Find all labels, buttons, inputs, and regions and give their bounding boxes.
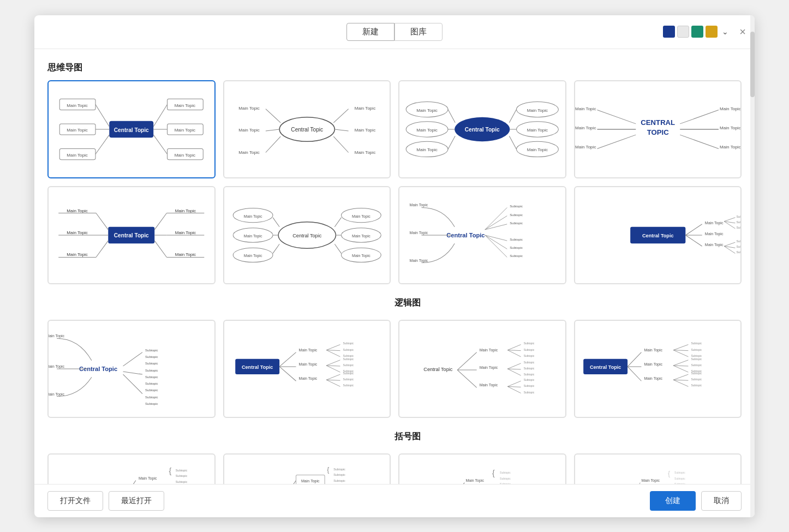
- svg-text:{: {: [667, 470, 670, 477]
- svg-line-209: [507, 386, 521, 393]
- scrollbar-thumb[interactable]: [750, 32, 755, 97]
- svg-text:Subtopic: Subtopic: [524, 360, 535, 363]
- svg-text:Subtopic: Subtopic: [343, 357, 354, 360]
- template-mm5[interactable]: Central Topic Main Topic Main Topic Main…: [47, 186, 216, 284]
- tab-gallery[interactable]: 图库: [394, 23, 443, 41]
- svg-text:Main Topic: Main Topic: [175, 103, 195, 107]
- template-mm2[interactable]: Central Topic Main Topic Main Topic Main…: [223, 80, 391, 178]
- svg-line-176: [326, 365, 340, 366]
- template-mm8[interactable]: Central Topic Main Topic Main Topic Main…: [574, 186, 742, 284]
- template-mm7[interactable]: Central Topic Main Topic Main Topic Main…: [398, 186, 566, 284]
- svg-line-66: [680, 135, 719, 148]
- svg-text:Subtopic: Subtopic: [691, 363, 702, 366]
- svg-text:Subtopic: Subtopic: [333, 468, 345, 471]
- logicmap-grid: Central Topic Main Topic Main Topic Main…: [47, 320, 742, 418]
- svg-line-47: [509, 109, 516, 122]
- svg-line-130: [685, 235, 702, 246]
- svg-text:Main Topic: Main Topic: [298, 376, 317, 381]
- template-bm4[interactable]: Central Topic Main Topic Main Topic Main…: [574, 453, 742, 484]
- color-swatches[interactable]: ⌄: [663, 26, 728, 38]
- svg-text:TOPIC: TOPIC: [647, 128, 668, 136]
- svg-line-193: [507, 344, 521, 350]
- svg-text:Subtopic: Subtopic: [736, 225, 740, 229]
- tab-new[interactable]: 新建: [346, 23, 394, 41]
- svg-text:Subtopic: Subtopic: [176, 469, 188, 472]
- svg-line-53: [509, 136, 516, 149]
- svg-text:Central Topic: Central Topic: [642, 233, 673, 238]
- cancel-button[interactable]: 取消: [701, 491, 742, 511]
- template-mm6[interactable]: Central Topic Main Topic Main Topic Main…: [223, 186, 391, 284]
- svg-text:Subtopic: Subtopic: [524, 367, 535, 370]
- svg-text:Subtopic: Subtopic: [736, 214, 740, 218]
- template-bm1[interactable]: Central Topic Main Topic Main Topic Main…: [47, 453, 216, 484]
- svg-line-13: [153, 104, 167, 126]
- svg-line-78: [96, 241, 108, 257]
- dialog-footer: 打开文件 最近打开 创建 取消: [34, 484, 755, 517]
- svg-text:Main Topic: Main Topic: [67, 128, 87, 133]
- svg-line-219: [673, 344, 688, 350]
- swatch-gold: [706, 26, 718, 38]
- svg-text:Main Topic: Main Topic: [575, 145, 596, 150]
- svg-line-168: [326, 344, 340, 350]
- svg-text:Subtopic: Subtopic: [736, 220, 740, 223]
- svg-line-132: [724, 217, 735, 221]
- svg-line-281: [450, 482, 464, 483]
- scrollbar-track[interactable]: [750, 15, 755, 517]
- svg-text:Main Topic: Main Topic: [243, 234, 262, 238]
- svg-text:Subtopic: Subtopic: [145, 369, 158, 372]
- template-lm3[interactable]: Central Topic Main Topic Main Topic Main…: [398, 320, 566, 418]
- svg-text:Main Topic: Main Topic: [175, 152, 195, 157]
- svg-text:Central Topic: Central Topic: [465, 127, 500, 133]
- svg-text:Subtopic: Subtopic: [524, 348, 535, 351]
- svg-text:Main Topic: Main Topic: [410, 258, 428, 262]
- svg-text:Main Topic: Main Topic: [352, 254, 370, 258]
- svg-text:Subtopic: Subtopic: [691, 384, 702, 387]
- svg-text:Subtopic: Subtopic: [674, 471, 685, 474]
- svg-text:CENTRAL: CENTRAL: [641, 118, 675, 126]
- template-mm1[interactable]: Central Topic Main Topic Main Topic Main…: [47, 80, 216, 178]
- open-file-button[interactable]: 打开文件: [47, 491, 103, 511]
- svg-text:Subtopic: Subtopic: [176, 480, 188, 483]
- svg-line-233: [673, 380, 688, 380]
- svg-line-25: [265, 129, 279, 131]
- svg-line-227: [673, 365, 688, 366]
- svg-text:Main Topic: Main Topic: [527, 147, 548, 152]
- svg-text:Subtopic: Subtopic: [524, 384, 535, 387]
- template-lm4[interactable]: Central Topic Main Topic Main Topic Main…: [574, 320, 742, 418]
- svg-text:Main Topic: Main Topic: [238, 105, 259, 110]
- svg-text:Subtopic: Subtopic: [524, 378, 535, 381]
- svg-text:Central Topic: Central Topic: [114, 232, 149, 238]
- svg-text:Subtopic: Subtopic: [510, 246, 523, 249]
- svg-text:Main Topic: Main Topic: [354, 150, 375, 154]
- svg-text:Main Topic: Main Topic: [410, 203, 428, 207]
- create-button[interactable]: 创建: [650, 491, 696, 511]
- close-button[interactable]: ×: [739, 26, 746, 37]
- svg-text:Main Topic: Main Topic: [410, 230, 428, 235]
- svg-text:Subtopic: Subtopic: [691, 342, 702, 345]
- svg-text:Main Topic: Main Topic: [644, 376, 662, 381]
- template-lm-box[interactable]: Central Topic Main Topic Main Topic Main…: [223, 320, 391, 418]
- svg-text:Main Topic: Main Topic: [720, 125, 740, 130]
- svg-text:Subtopic: Subtopic: [510, 221, 523, 224]
- template-bm3[interactable]: Central Topic Main Topic Main Topic Main…: [398, 453, 566, 484]
- svg-text:Subtopic: Subtopic: [691, 372, 702, 375]
- template-lm-curve[interactable]: Central Topic Main Topic Main Topic Main…: [47, 320, 216, 418]
- svg-line-197: [507, 350, 521, 356]
- svg-text:Subtopic: Subtopic: [343, 348, 354, 351]
- dialog-body: 思维导图 Central Topic Main Topic Main Topic: [34, 49, 755, 484]
- svg-text:Main Topic: Main Topic: [175, 252, 196, 257]
- svg-text:Main Topic: Main Topic: [49, 364, 64, 368]
- chevron-down-icon[interactable]: ⌄: [722, 27, 728, 36]
- svg-line-184: [326, 380, 340, 386]
- svg-line-231: [673, 374, 688, 380]
- template-bm2[interactable]: Central Topic Main Topic Main Topic Main…: [223, 453, 391, 484]
- svg-text:Subtopic: Subtopic: [343, 384, 354, 387]
- svg-text:Main Topic: Main Topic: [480, 366, 498, 370]
- template-mm3[interactable]: Central Topic Main Topic Main Topic Main…: [398, 80, 566, 178]
- svg-line-126: [685, 224, 702, 235]
- svg-line-172: [326, 350, 340, 356]
- recent-button[interactable]: 最近打开: [109, 491, 164, 511]
- svg-line-182: [326, 380, 340, 380]
- template-mm4[interactable]: CENTRAL TOPIC Main Topic Main Topic Main…: [574, 80, 742, 178]
- svg-text:Main Topic: Main Topic: [175, 230, 196, 235]
